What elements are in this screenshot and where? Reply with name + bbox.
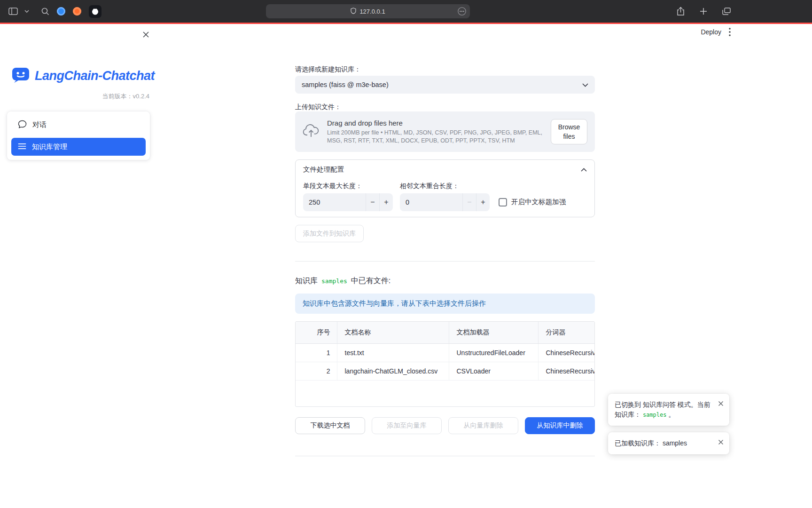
toolbar-right-group (677, 0, 731, 23)
zh-title-checkbox[interactable]: 开启中文标题加强 (499, 198, 566, 206)
github-icon[interactable] (89, 5, 102, 18)
sidebar-item-chat[interactable]: 对话 (11, 116, 146, 134)
version-label: 当前版本：v0.2.4 (0, 92, 149, 101)
overlap-label: 相邻文本重合长度： (400, 181, 490, 190)
page: 127.0.0.1 LangChain-Chatch (0, 0, 812, 508)
deploy-button[interactable]: Deploy (701, 28, 721, 36)
expander-title: 文件处理配置 (303, 165, 344, 174)
share-icon[interactable] (677, 7, 685, 16)
decrement-button[interactable]: − (366, 193, 379, 211)
extension-blue-icon[interactable] (57, 7, 65, 16)
chunk-size-group: 单段文本最大长度： 250 − + (303, 181, 393, 211)
kb-files-heading: 知识库 samples 中已有文件: (295, 276, 595, 286)
url-text: 127.0.0.1 (359, 8, 385, 15)
col-loader[interactable]: 文档加载器 (449, 322, 538, 343)
add-to-vectorstore-button[interactable]: 添加至向量库 (372, 417, 442, 434)
sidebar-item-knowledge-base[interactable]: 知识库管理 (11, 138, 146, 156)
extension-orange-icon[interactable] (73, 7, 81, 16)
checkbox-label: 开启中文标题加强 (511, 198, 566, 206)
heading-suffix: 中已有文件: (351, 276, 390, 286)
overlap-input[interactable]: 0 − + (400, 193, 490, 211)
expander-body: 单段文本最大长度： 250 − + 相邻文本重合长度： 0 − + (296, 179, 594, 217)
close-icon[interactable] (718, 401, 724, 406)
expander-header[interactable]: 文件处理配置 (296, 160, 594, 179)
new-tab-icon[interactable] (700, 8, 707, 15)
add-files-button[interactable]: 添加文件到知识库 (295, 225, 364, 242)
dropzone-title: Drag and drop files here (327, 119, 543, 127)
toast-text: 已加载知识库： samples (615, 438, 714, 448)
close-icon[interactable] (718, 439, 724, 445)
decrement-button[interactable]: − (462, 193, 476, 211)
col-index[interactable]: 序号 (296, 322, 337, 343)
chevron-up-icon (581, 166, 587, 173)
kb-select[interactable]: samples (faiss @ m3e-base) (295, 76, 595, 94)
table-row[interactable]: 2langchain-ChatGLM_closed.csvCSVLoaderCh… (296, 362, 595, 380)
heading-prefix: 知识库 (295, 276, 318, 286)
sidebar-menu: 对话 知识库管理 (7, 111, 150, 160)
address-bar[interactable]: 127.0.0.1 (266, 4, 470, 18)
action-buttons: 下载选中文档 添加至向量库 从向量库删除 从知识库中删除 (295, 417, 595, 434)
toast-text: 已切换到 知识库问答 模式。当前知识库： samples 。 (615, 400, 714, 420)
kb-name-code: samples (321, 278, 347, 285)
increment-button[interactable]: + (476, 193, 490, 211)
app-logo: LangChain-Chatchat (11, 66, 157, 85)
shield-icon (351, 8, 356, 16)
divider (295, 261, 595, 262)
kb-select-value: samples (faiss @ m3e-base) (302, 81, 389, 88)
toast-mode-switched: 已切换到 知识库问答 模式。当前知识库： samples 。 (608, 394, 729, 426)
page-settings-icon[interactable] (457, 7, 467, 17)
sidebar-item-label: 知识库管理 (32, 143, 67, 151)
content-column: 请选择或新建知识库： samples (faiss @ m3e-base) 上传… (295, 24, 595, 456)
chatbot-logo-icon (11, 66, 30, 85)
tab-overview-icon[interactable] (722, 8, 731, 15)
overlap-value: 0 (400, 198, 462, 206)
toast-suffix: 。 (668, 411, 675, 418)
chevron-down-icon (582, 81, 588, 88)
divider (295, 456, 595, 456)
table-header-row: 序号 文档名称 文档加载器 分词器 (296, 322, 595, 343)
search-icon[interactable] (41, 8, 49, 16)
browser-toolbar: 127.0.0.1 (0, 0, 812, 23)
sidebar-close-icon[interactable] (140, 29, 151, 40)
sidebar: LangChain-Chatchat 当前版本：v0.2.4 对话 知识库管理 (0, 24, 157, 508)
col-splitter[interactable]: 分词器 (538, 322, 595, 343)
delete-from-kb-button[interactable]: 从知识库中删除 (525, 417, 595, 434)
checkbox-box[interactable] (499, 198, 507, 206)
info-alert: 知识库中包含源文件与向量库，请从下表中选择文件后操作 (295, 294, 595, 314)
col-docname[interactable]: 文档名称 (337, 322, 449, 343)
download-selected-button[interactable]: 下载选中文档 (295, 417, 365, 434)
main-menu-icon[interactable] (729, 28, 731, 36)
kb-select-label: 请选择或新建知识库： (295, 64, 595, 74)
dropzone-text: Drag and drop files here Limit 200MB per… (327, 119, 543, 145)
streamlit-header: Deploy (701, 28, 731, 36)
kb-files-table[interactable]: 序号 文档名称 文档加载器 分词器 1test.txtUnstructuredF… (295, 321, 595, 407)
chunk-size-label: 单段文本最大长度： (303, 181, 393, 190)
logo-text: LangChain-Chatchat (35, 69, 155, 83)
kb-table-body: 1test.txtUnstructuredFileLoaderChineseRe… (296, 343, 595, 380)
overlap-group: 相邻文本重合长度： 0 − + (400, 181, 490, 211)
file-config-expander: 文件处理配置 单段文本最大长度： 250 − + (295, 159, 595, 217)
sidebar-toggle-icon[interactable] (8, 8, 18, 15)
knowledge-base-icon (18, 143, 26, 151)
chevron-down-icon[interactable] (24, 10, 29, 13)
toast-container: 已切换到 知识库问答 模式。当前知识库： samples 。 已加载知识库： s… (608, 394, 729, 454)
chat-bubble-icon (18, 120, 27, 130)
chunk-size-value: 250 (303, 198, 366, 206)
dropzone-limit: Limit 200MB per file • HTML, MD, JSON, C… (327, 129, 543, 145)
delete-from-vectorstore-button[interactable]: 从向量库删除 (448, 417, 518, 434)
toolbar-left-group (8, 0, 102, 23)
increment-button[interactable]: + (379, 193, 393, 211)
toast-kb-code: samples (643, 412, 667, 418)
upload-label: 上传知识文件： (295, 102, 595, 111)
sidebar-item-label: 对话 (32, 120, 47, 129)
table-row[interactable]: 1test.txtUnstructuredFileLoaderChineseRe… (296, 343, 595, 362)
chunk-size-input[interactable]: 250 − + (303, 193, 393, 211)
upload-cloud-icon (303, 124, 320, 140)
toast-kb-loaded: 已加载知识库： samples (608, 432, 729, 454)
file-dropzone[interactable]: Drag and drop files here Limit 200MB per… (295, 111, 595, 152)
browse-files-button[interactable]: Browse files (551, 119, 587, 145)
